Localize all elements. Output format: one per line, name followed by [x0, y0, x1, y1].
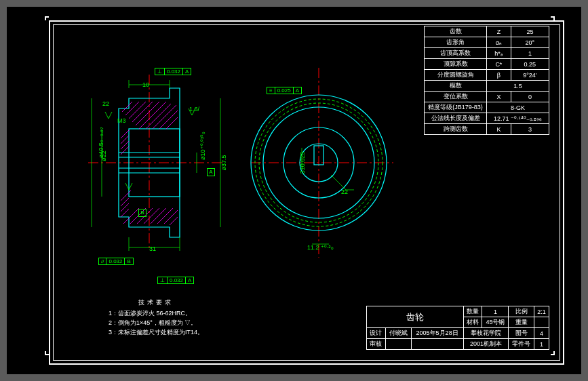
qty-value: 1: [482, 306, 509, 317]
svg-line-33: [164, 210, 178, 224]
svg-line-16: [153, 105, 176, 129]
dwgno-value: 4: [534, 328, 549, 339]
param-value: 1.5: [487, 81, 549, 92]
dim-m3: M3: [117, 117, 126, 124]
cad-canvas: 10 31 ø40.5₀₋₀.₀₇ ø22 ø10⁺⁰·⁰³⁵₀ ø37.5 M…: [7, 7, 581, 374]
param-value: 9°24': [511, 70, 549, 81]
param-symbol: K: [487, 124, 511, 135]
param-symbol: αₙ: [487, 37, 511, 48]
drawing-title: 齿轮: [367, 306, 464, 328]
school-value: 攀枝花学院: [463, 328, 509, 339]
svg-line-13: [136, 102, 159, 125]
param-label: 公法线长度及偏差: [425, 113, 487, 124]
param-row: 顶隙系数C*0.25: [425, 59, 549, 70]
svg-line-54: [331, 175, 346, 190]
material-value: 45号钢: [482, 317, 509, 328]
checker-label: 审核: [367, 339, 386, 350]
checker-value: [385, 339, 411, 350]
param-row: 分度圆螺旋角β9°24': [425, 70, 549, 81]
qty-label: 数量: [463, 306, 482, 317]
parameter-table: 齿数Z25齿形角αₙ20°齿顶高系数h*ₐ1顶隙系数C*0.25分度圆螺旋角β9…: [424, 26, 549, 135]
dwgno-label: 图号: [509, 328, 534, 339]
gtol-3: ⊥0.032A: [157, 277, 194, 284]
tech-line-3: 3：未标注偏差尺寸处精度为IT14。: [109, 327, 203, 337]
param-value: 1: [511, 48, 549, 59]
title-block: 齿轮 数量 1 比例 2:1 材料 45号钢 重量 设计 付晓斌 2005年5月…: [366, 306, 549, 350]
param-row: 公法线长度及偏差12.71 ⁻⁰·¹⁴⁰₋₀.₂₉₆: [425, 113, 549, 124]
svg-line-14: [139, 102, 166, 129]
param-label: 顶隙系数: [425, 59, 487, 70]
gtol-1: ⊥0.032A: [155, 68, 191, 75]
param-label: 模数: [425, 81, 487, 92]
param-label: 分度圆螺旋角: [425, 70, 487, 81]
svg-line-11: [129, 102, 146, 119]
datum-a: A: [207, 168, 215, 176]
param-row: 齿顶高系数h*ₐ1: [425, 48, 549, 59]
param-label: 齿顶高系数: [425, 48, 487, 59]
datum-b: B: [138, 209, 146, 217]
param-symbol: C*: [487, 59, 511, 70]
designer-label: 设计: [367, 328, 386, 339]
weight-label: 重量: [509, 317, 534, 328]
dim-ch22a: 22: [102, 100, 109, 107]
gtol-2: //0.032B: [98, 258, 134, 265]
param-row: 变位系数X0: [425, 92, 549, 102]
dim-d2: ø22: [100, 151, 107, 161]
date-value: 2005年5月28日: [411, 328, 463, 339]
param-row: 齿数Z25: [425, 26, 549, 37]
param-symbol: h*ₐ: [487, 48, 511, 59]
partno-value: 1: [534, 339, 549, 350]
scale-value: 2:1: [534, 306, 549, 317]
dim-w10: 10: [142, 81, 149, 88]
dim-d3: ø10⁺⁰·⁰³⁵₀: [199, 132, 206, 160]
param-value: 8-GK: [487, 102, 549, 113]
scale-label: 比例: [509, 306, 534, 317]
param-row: 模数1.5: [425, 81, 549, 92]
param-row: 齿形角αₙ20°: [425, 37, 549, 48]
tech-title: 技术要求: [109, 298, 203, 307]
param-symbol: Z: [487, 26, 511, 37]
dim-ch22b: 22: [341, 188, 348, 195]
param-value: 20°: [511, 37, 549, 48]
dim-keyh: 3±0.025: [299, 152, 306, 174]
param-symbol: β: [487, 70, 511, 81]
svg-line-18: [166, 117, 178, 129]
svg-line-27: [123, 208, 139, 224]
gtol-4: ≡0.025A: [267, 87, 302, 94]
param-value: 3: [511, 124, 549, 135]
svg-line-34: [170, 217, 178, 225]
param-symbol: X: [487, 92, 511, 102]
svg-line-32: [157, 208, 173, 224]
param-label: 精度等级(JB179-83): [425, 102, 487, 113]
svg-line-15: [146, 104, 171, 129]
dim-d4: ø37.5: [220, 155, 227, 170]
class-value: 2001机制本: [463, 339, 509, 350]
param-value: 12.71 ⁻⁰·¹⁴⁰₋₀.₂₉₆: [487, 113, 549, 124]
weight-value: [534, 317, 549, 328]
param-row: 跨测齿数K3: [425, 124, 549, 135]
svg-line-31: [151, 208, 166, 224]
param-label: 变位系数: [425, 92, 487, 102]
param-label: 齿形角: [425, 37, 487, 48]
svg-line-26: [121, 190, 131, 201]
param-value: 0.25: [511, 59, 549, 70]
tech-line-2: 2：倒角为1×45°，粗糙度为 ▽。: [109, 318, 203, 327]
param-value: 0: [511, 92, 549, 102]
tech-line-1: 1：齿面渗炭淬火 56-62HRC。: [109, 308, 203, 318]
designer-value: 付晓斌: [385, 328, 411, 339]
ra-16: 1.6/: [189, 106, 199, 113]
cad-drawing: [61, 47, 441, 278]
partno-label: 零件号: [509, 339, 534, 350]
param-row: 精度等级(JB179-83)8-GK: [425, 102, 549, 113]
dim-w31: 31: [149, 245, 156, 252]
tech-requirements: 技术要求 1：齿面渗炭淬火 56-62HRC。 2：倒角为1×45°，粗糙度为 …: [109, 298, 203, 337]
param-label: 齿数: [425, 26, 487, 37]
material-label: 材料: [463, 317, 482, 328]
param-value: 25: [511, 26, 549, 37]
dim-keyw: 11.2 ⁺⁰·²₀: [307, 244, 334, 251]
param-label: 跨测齿数: [425, 124, 487, 135]
